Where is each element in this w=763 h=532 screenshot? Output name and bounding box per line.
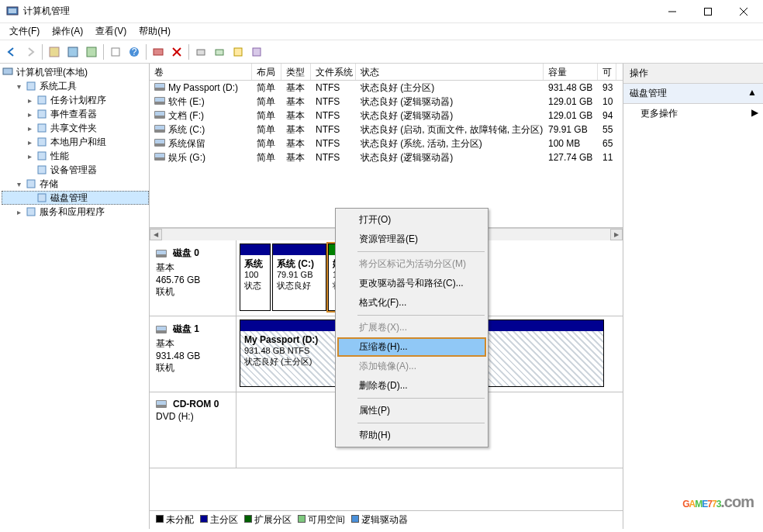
minimize-button[interactable] [654,0,690,23]
nav-item-8[interactable]: 磁盘管理 [2,191,149,205]
expand-icon[interactable]: ▾ [12,180,25,188]
context-item-9: 添加镜像(A)... [337,357,486,376]
context-menu[interactable]: 打开(O)资源管理器(E)将分区标记为活动分区(M)更改驱动器号和路径(C)..… [335,208,489,447]
volume-row[interactable]: 软件 (E:) 简单 基本 NTFS 状态良好 (逻辑驱动器) 129.01 G… [150,95,623,109]
svg-rect-25 [38,152,46,160]
forward-button[interactable] [22,43,39,60]
toolbar-btn-4[interactable] [107,43,124,60]
volume-row[interactable]: My Passport (D:) 简单 基本 NTFS 状态良好 (主分区) 9… [150,81,623,95]
svg-rect-19 [3,68,12,74]
nav-item-6[interactable]: 设备管理器 [2,163,149,177]
col-type[interactable]: 类型 [281,64,311,80]
col-volume[interactable]: 卷 [150,64,252,80]
partition[interactable]: 系统 (C:)79.91 GB状态良好 [272,244,326,311]
actions-header: 操作 [623,64,763,84]
context-item-4[interactable]: 更改驱动器号和路径(C)... [337,274,486,293]
volume-row[interactable]: 文档 (F:) 简单 基本 NTFS 状态良好 (逻辑驱动器) 129.01 G… [150,109,623,123]
svg-text:?: ? [132,47,137,57]
menu-action[interactable]: 操作(A) [46,23,89,40]
context-item-8[interactable]: 压缩卷(H)... [337,337,486,357]
nav-item-label: 事件查看器 [50,108,97,121]
menu-file[interactable]: 文件(F) [3,23,46,40]
nav-item-7[interactable]: ▾ 存储 [2,177,149,191]
nav-item-label: 设备管理器 [50,164,97,177]
expand-icon[interactable]: ▸ [23,124,36,133]
svg-rect-17 [234,48,242,56]
svg-rect-8 [87,47,96,57]
toolbar-btn-6[interactable] [192,43,209,60]
nav-item-1[interactable]: ▸ 任务计划程序 [2,93,149,107]
nav-item-4[interactable]: ▸ 本地用户和组 [2,135,149,149]
title-bar: 计算机管理 [0,0,763,23]
expand-icon[interactable]: ▸ [23,152,36,161]
maximize-button[interactable] [690,0,726,23]
delete-button[interactable] [168,43,185,60]
nav-item-5[interactable]: ▸ 性能 [2,149,149,163]
nav-tree[interactable]: 计算机管理(本地) ▾ 系统工具▸ 任务计划程序▸ 事件查看器▸ 共享文件夹▸ … [0,64,150,529]
help-button[interactable]: ? [126,43,143,60]
nav-item-label: 磁盘管理 [50,192,88,205]
context-item-5[interactable]: 格式化(F)... [337,293,486,313]
disk-title: 磁盘 1 [173,323,199,336]
svg-rect-26 [38,166,46,174]
col-layout[interactable]: 布局 [252,64,281,80]
computer-icon [2,66,14,78]
close-button[interactable] [726,0,761,23]
svg-rect-23 [38,124,46,132]
context-item-3: 将分区标记为活动分区(M) [337,254,486,274]
toolbar-btn-3[interactable] [83,43,100,60]
menu-view[interactable]: 查看(V) [89,23,133,40]
users-icon [36,136,48,148]
disk-type: 基本 [156,337,230,351]
context-item-12[interactable]: 属性(P) [337,401,486,420]
context-item-10[interactable]: 删除卷(D)... [337,376,486,396]
expand-icon[interactable]: ▸ [23,110,36,119]
legend-logical: 逻辑驱动器 [361,514,408,525]
perf-icon [36,150,48,162]
actions-pane: 操作 磁盘管理 ▲ 更多操作 ▶ [623,64,763,529]
disk-icon [154,97,165,105]
storage-icon [25,178,37,190]
actions-section[interactable]: 磁盘管理 ▲ [623,84,763,104]
expand-icon[interactable]: ▸ [12,208,25,216]
nav-item-0[interactable]: ▾ 系统工具 [2,79,149,93]
expand-icon[interactable]: ▾ [12,82,25,91]
nav-item-label: 系统工具 [40,80,77,93]
partition[interactable]: 系统100状态 [240,244,271,311]
nav-item-9[interactable]: ▸ 服务和应用程序 [2,205,149,219]
window-title: 计算机管理 [23,5,654,18]
toolbar-btn-2[interactable] [64,43,81,60]
scroll-right-button[interactable]: ▶ [610,229,623,240]
volume-row[interactable]: 系统保留 简单 基本 NTFS 状态良好 (系统, 活动, 主分区) 100 M… [150,136,623,150]
svg-rect-15 [197,50,205,55]
expand-icon[interactable]: ▸ [23,96,36,105]
actions-more[interactable]: 更多操作 ▶ [623,104,763,123]
nav-root[interactable]: 计算机管理(本地) [2,65,149,79]
context-item-0[interactable]: 打开(O) [337,210,486,230]
disk-icon [154,111,165,119]
toolbar-btn-1[interactable] [46,43,63,60]
svg-rect-27 [27,180,35,188]
clock-icon [36,94,48,106]
nav-item-label: 任务计划程序 [50,94,106,107]
nav-item-2[interactable]: ▸ 事件查看器 [2,107,149,121]
volume-row[interactable]: 系统 (C:) 简单 基本 NTFS 状态良好 (启动, 页面文件, 故障转储,… [150,123,623,136]
toolbar-btn-5[interactable] [150,43,167,60]
toolbar-btn-8[interactable] [230,43,247,60]
context-item-1[interactable]: 资源管理器(E) [337,230,486,249]
volume-list[interactable]: My Passport (D:) 简单 基本 NTFS 状态良好 (主分区) 9… [150,81,623,228]
nav-item-3[interactable]: ▸ 共享文件夹 [2,121,149,135]
expand-icon[interactable]: ▸ [23,138,36,147]
toolbar-btn-7[interactable] [211,43,228,60]
menu-help[interactable]: 帮助(H) [133,23,177,40]
toolbar-btn-9[interactable] [248,43,265,60]
col-fs[interactable]: 文件系统 [311,64,356,80]
scroll-left-button[interactable]: ◀ [150,229,162,240]
context-item-14[interactable]: 帮助(H) [337,426,486,445]
volume-row[interactable]: 娱乐 (G:) 简单 基本 NTFS 状态良好 (逻辑驱动器) 127.74 G… [150,150,623,164]
svg-rect-18 [253,48,261,56]
col-free[interactable]: 可 [598,64,616,80]
back-button[interactable] [3,43,20,60]
col-status[interactable]: 状态 [356,64,544,80]
col-capacity[interactable]: 容量 [544,64,598,80]
